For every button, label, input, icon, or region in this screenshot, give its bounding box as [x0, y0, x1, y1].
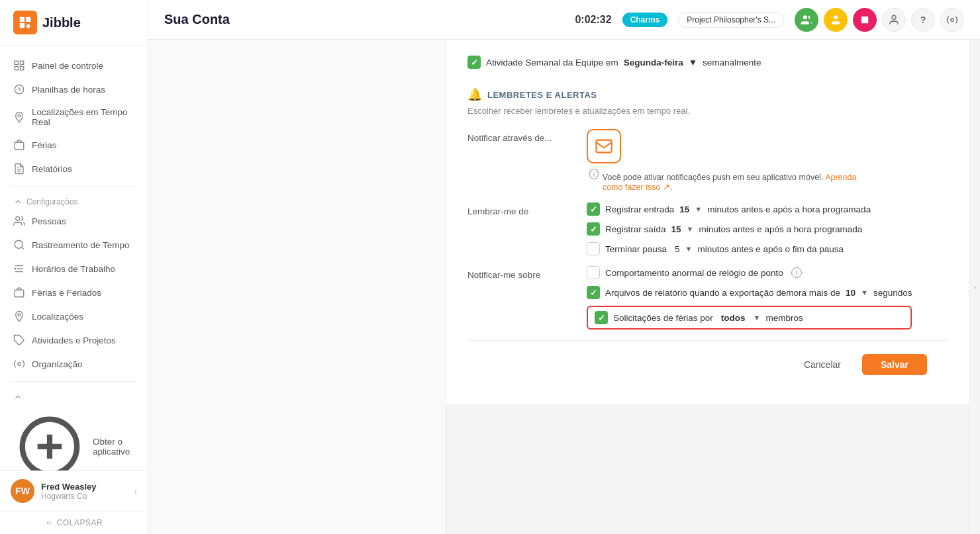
sidebar-item-pessoas[interactable]: Pessoas: [0, 209, 148, 233]
sidebar-label-organizacao: Organização: [32, 359, 83, 369]
right-panel: Atividade Semanal da Equipe em Segunda-f…: [446, 40, 969, 534]
reminder-saida-dropdown[interactable]: ▼: [687, 225, 694, 233]
sidebar-item-planilhas[interactable]: Planilhas de horas: [0, 77, 148, 101]
user-profile-area[interactable]: FW Fred Weasley Hogwarts Co ›: [0, 470, 148, 511]
reminder-options: Registrar entrada 15 ▼ minutos antes e a…: [587, 202, 871, 255]
user-name: Fred Weasley: [41, 482, 127, 492]
content-area: Atividade Semanal da Equipe em Segunda-f…: [148, 40, 980, 534]
notify-through-label: Notificar através de...: [467, 129, 573, 143]
nav-divider: [11, 186, 137, 187]
reminder-item-saida: Registrar saída 15 ▼ minutos antes e apó…: [587, 222, 871, 236]
svg-rect-3: [21, 67, 24, 70]
avatar: FW: [11, 479, 34, 503]
user-info: Fred Weasley Hogwarts Co: [41, 482, 127, 501]
ferias-dropdown[interactable]: ▼: [754, 314, 761, 322]
config-section-label[interactable]: Configurações: [0, 192, 148, 209]
nav-divider2: [11, 381, 137, 382]
remember-label: Lembrar-me de: [467, 202, 573, 216]
notify-checkbox-arquivos[interactable]: [587, 286, 600, 299]
svg-rect-1: [21, 61, 24, 64]
sidebar-item-get-app[interactable]: Obter o aplicativo: [0, 404, 148, 470]
save-button[interactable]: Salvar: [862, 354, 927, 375]
svg-point-21: [834, 15, 838, 19]
user-org: Hogwarts Co: [41, 492, 127, 501]
reminders-desc: Escolher receber lembretes e atualizaçõe…: [467, 106, 948, 116]
settings-button[interactable]: [940, 8, 964, 32]
svg-rect-14: [15, 290, 24, 297]
svg-point-24: [951, 18, 954, 21]
sidebar-item-rastreamento[interactable]: Rastreamento de Tempo: [0, 233, 148, 257]
svg-point-16: [18, 363, 21, 366]
svg-point-9: [15, 240, 23, 248]
email-icon-box[interactable]: [587, 129, 621, 163]
svg-point-13: [15, 268, 17, 270]
reminder-item-pausa: Terminar pausa 5 ▼ minutos antes e após …: [587, 242, 871, 255]
sidebar-label-ferias-feriados: Férias e Feriados: [32, 288, 101, 298]
sidebar-item-localizacoes-rt[interactable]: Localizações em Tempo Real: [0, 101, 148, 133]
reminder-item-entrada: Registrar entrada 15 ▼ minutos antes e a…: [587, 202, 871, 216]
notify-checkbox-ferias[interactable]: [595, 311, 608, 324]
collapse-button[interactable]: COLAPSAR: [0, 511, 148, 534]
sidebar-item-organizacao[interactable]: Organização: [0, 352, 148, 376]
logo-area: Jibble: [0, 0, 148, 46]
reminder-entrada-dropdown[interactable]: ▼: [695, 205, 702, 213]
notify-checkbox-comportamento[interactable]: [587, 266, 600, 279]
sidebar-label-localizacoes-rt: Localizações em Tempo Real: [32, 107, 134, 127]
sidebar-item-ferias-feriados[interactable]: Férias e Feriados: [0, 281, 148, 304]
reminders-title: LEMBRETES E ALERTAS: [487, 90, 597, 100]
footer-actions: Cancelar Salvar: [467, 340, 948, 388]
activity-dropdown[interactable]: ▼: [689, 58, 697, 67]
profile-expand-arrow: ›: [134, 486, 137, 496]
timer-display: 0:02:32: [575, 14, 611, 26]
svg-rect-5: [15, 142, 24, 150]
arquivos-dropdown[interactable]: ▼: [861, 289, 868, 296]
right-edge-panel[interactable]: ›: [969, 40, 980, 534]
main-content: Sua Conta 0:02:32 Charms Project Philoso…: [148, 0, 980, 534]
notify-through-row: Notificar através de... i Você pode ativ…: [467, 129, 948, 192]
reminder-checkbox-pausa[interactable]: [587, 242, 600, 255]
svg-point-23: [892, 15, 896, 19]
sidebar-item-atividades[interactable]: Atividades e Projetos: [0, 328, 148, 352]
collapse-label: COLAPSAR: [57, 518, 103, 527]
cancel-button[interactable]: Cancelar: [791, 354, 854, 375]
reminder-checkbox-entrada[interactable]: [587, 202, 600, 216]
profile-button[interactable]: [882, 8, 906, 32]
topbar-icons: ?: [795, 8, 964, 32]
sidebar-label-relatorios: Relatórios: [32, 164, 72, 174]
sidebar-label-rastreamento: Rastreamento de Tempo: [32, 240, 130, 250]
sidebar-label-planilhas: Planilhas de horas: [32, 85, 105, 95]
svg-rect-25: [596, 140, 611, 153]
push-info-icon[interactable]: i: [589, 169, 599, 179]
push-info-text: Você pode ativar notificações push em se…: [603, 173, 878, 192]
user-color-button[interactable]: [824, 8, 848, 32]
project-name[interactable]: Project Philosopher's S...: [678, 12, 784, 28]
config-collapse-arrow[interactable]: [0, 387, 148, 404]
svg-point-20: [803, 15, 807, 19]
sidebar-item-localizacoes2[interactable]: Localizações: [0, 304, 148, 328]
content-left-panel: [148, 40, 446, 534]
svg-rect-2: [15, 67, 18, 70]
sidebar-label-painel: Painel de controle: [32, 61, 103, 71]
sidebar-item-ferias[interactable]: Férias: [0, 133, 148, 157]
team-icon-button[interactable]: [795, 8, 818, 32]
reminder-pausa-dropdown[interactable]: ▼: [685, 245, 693, 253]
sidebar-label-localizacoes2: Localizações: [32, 312, 83, 322]
help-button[interactable]: ?: [911, 8, 935, 32]
sidebar-item-relatorios[interactable]: Relatórios: [0, 157, 148, 181]
sidebar-label-pessoas: Pessoas: [32, 216, 66, 226]
activity-day: Segunda-feira: [624, 58, 683, 67]
svg-point-8: [16, 216, 20, 220]
reminder-checkbox-saida[interactable]: [587, 222, 600, 236]
sidebar-item-horarios[interactable]: Horários de Trabalho: [0, 257, 148, 281]
sidebar-item-painel[interactable]: Painel de controle: [0, 54, 148, 77]
bell-icon: 🔔: [467, 87, 482, 102]
charms-badge[interactable]: Charms: [622, 13, 668, 27]
comportamento-info-icon[interactable]: i: [791, 267, 802, 278]
remember-row: Lembrar-me de Registrar entrada 15 ▼ min…: [467, 202, 948, 255]
notify-item-ferias: Solicitações de férias por todos ▼ membr…: [587, 306, 912, 330]
notify-about-options: Comportamento anormal de relógio de pont…: [587, 266, 912, 330]
stop-button[interactable]: [853, 8, 877, 32]
svg-rect-0: [15, 61, 18, 64]
activity-checkbox[interactable]: [467, 56, 481, 69]
sidebar-label-ferias: Férias: [32, 140, 57, 150]
